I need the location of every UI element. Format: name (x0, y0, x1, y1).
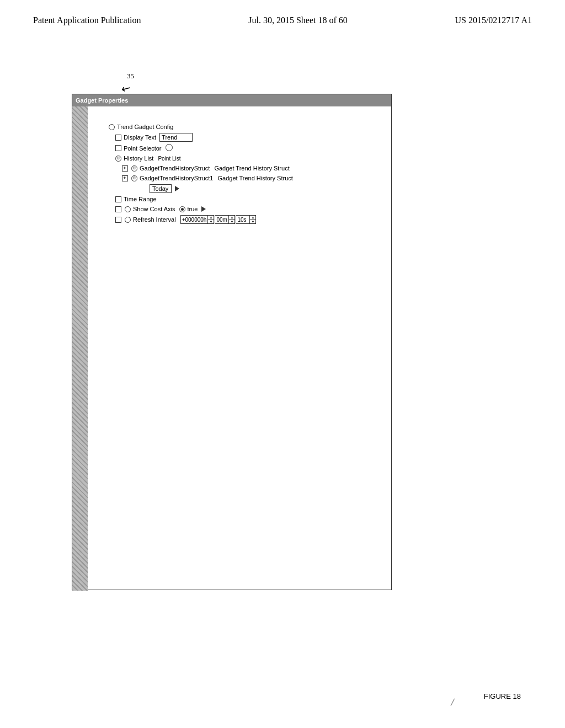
spinner-arrows[interactable]: ▲ ▼ (229, 216, 234, 223)
header-right: US 2015/0212717 A1 (455, 15, 532, 25)
time-range-sub: Today (150, 184, 389, 193)
panel-sidebar-decoration (72, 106, 88, 591)
play-icon (175, 186, 179, 191)
list-item: Refresh Interval +000000h ▲ ▼ 00m (105, 215, 389, 224)
list-item: Show Cost Axis true (105, 205, 389, 213)
struct1-label: Gadget Trend History Struct (217, 175, 292, 181)
list-item: Today (150, 184, 389, 193)
gear-icon: ⚙ (130, 164, 138, 172)
properties-panel: Gadget Properties Trend Gadget Config (72, 94, 392, 590)
plus-checkbox-icon: + (121, 164, 129, 172)
spinner-container: +000000h ▲ ▼ 00m ▲ ▼ (180, 215, 257, 224)
spinner-down[interactable]: ▼ (229, 220, 234, 224)
list-item: Point Selector (105, 144, 389, 152)
item-label: History List (124, 155, 153, 162)
list-item: Display Text Trend (105, 133, 389, 142)
checkbox-icon (114, 216, 122, 223)
plus-checkbox-icon: + (121, 174, 129, 182)
panel-header: Gadget Properties (72, 94, 391, 106)
radio-label: true (187, 206, 198, 212)
spinner-arrows[interactable]: ▲ ▼ (208, 216, 214, 223)
item-label: Refresh Interval (133, 216, 176, 223)
main-diagram: 35 ↙ Gadget Properties Trend Gadget Conf… (72, 66, 458, 645)
hours-spinner[interactable]: +000000h ▲ ▼ (180, 215, 215, 224)
radio-group: true (179, 206, 206, 212)
history-list-label: Point List (158, 156, 180, 162)
display-text-input[interactable]: Trend (159, 133, 193, 142)
item-label: GadgetTrendHistoryStruct (140, 165, 210, 172)
checkbox-icon (114, 144, 122, 152)
spinner-up[interactable]: ▲ (229, 216, 234, 220)
spinner-seconds-value: 10s (236, 216, 250, 223)
item-label: Time Range (124, 196, 157, 202)
arrow-label: 35 (127, 72, 134, 81)
seconds-spinner[interactable]: 10s ▲ ▼ (236, 215, 256, 224)
spinner-hours-value: +000000h (181, 216, 209, 223)
panel-title: Gadget Properties (76, 97, 128, 104)
gear-icon: ⚙ (114, 154, 122, 162)
spinner-up[interactable]: ▲ (208, 216, 214, 220)
page-header: Patent Application Publication Jul. 30, … (0, 0, 565, 25)
spinner-up[interactable]: ▲ (250, 216, 255, 220)
play-icon (201, 206, 206, 212)
decorative-tick: ╱ (451, 699, 455, 706)
today-input[interactable]: Today (150, 184, 172, 193)
header-center: Jul. 30, 2015 Sheet 18 of 60 (248, 15, 348, 25)
item-label: Display Text (124, 134, 156, 141)
item-label: GadgetTrendHistoryStruct1 (140, 175, 213, 181)
point-selector-icon (166, 144, 173, 152)
list-item: Trend Gadget Config (105, 123, 389, 131)
list-item: + ⚙ GadgetTrendHistoryStruct1 Gadget Tre… (105, 174, 389, 182)
circle-icon (124, 216, 131, 223)
list-item: Time Range (105, 195, 389, 203)
list-item: + ⚙ GadgetTrendHistoryStruct Gadget Tren… (105, 164, 389, 172)
minutes-spinner[interactable]: 00m ▲ ▼ (215, 215, 235, 224)
list-item: ⚙ History List Point List (105, 154, 389, 162)
circle-icon (108, 123, 115, 131)
struct-label: Gadget Trend History Struct (214, 165, 289, 172)
circle-icon (124, 205, 131, 213)
gear-icon: ⚙ (130, 174, 138, 182)
spinner-arrows[interactable]: ▲ ▼ (250, 216, 255, 223)
checkbox-icon (114, 195, 122, 203)
item-label: Show Cost Axis (133, 206, 175, 212)
checkbox-icon (114, 205, 122, 213)
header-left: Patent Application Publication (33, 15, 141, 25)
item-label: Trend Gadget Config (117, 124, 173, 130)
figure-label: FIGURE 18 (484, 692, 521, 700)
spinner-down[interactable]: ▼ (208, 220, 214, 224)
radio-icon[interactable] (179, 206, 185, 212)
spinner-down[interactable]: ▼ (250, 220, 255, 224)
item-label: Point Selector (124, 145, 161, 152)
spinner-minutes-value: 00m (215, 216, 229, 223)
checkbox-icon (114, 133, 122, 141)
panel-content: Trend Gadget Config Display Text Trend P… (103, 119, 391, 590)
